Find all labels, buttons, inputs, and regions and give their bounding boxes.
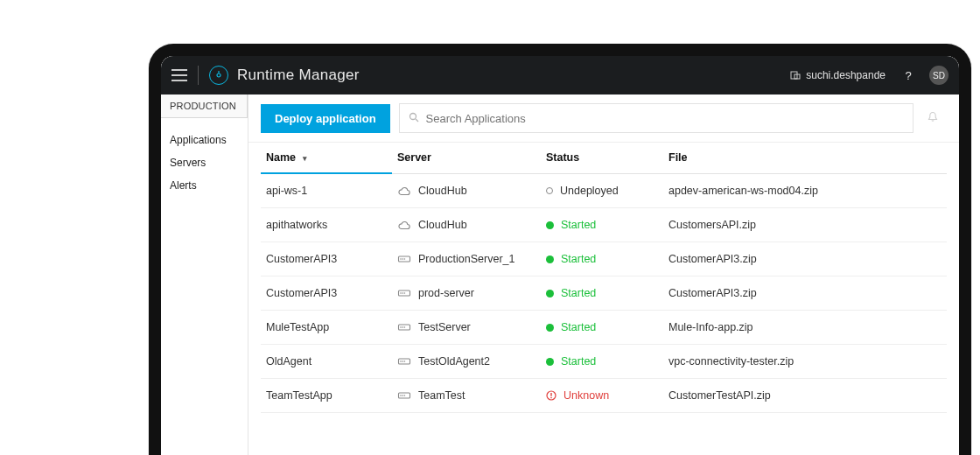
column-header-server[interactable]: Server <box>392 143 541 173</box>
svg-point-15 <box>400 326 402 328</box>
cell-name: apithatworks <box>261 208 392 242</box>
svg-point-23 <box>400 395 402 396</box>
status-warning-icon <box>546 390 556 401</box>
cell-file: CustomerAPI3.zip <box>663 276 947 311</box>
status-dot-icon <box>546 221 554 229</box>
cloud-icon <box>397 186 411 196</box>
sidebar: PRODUCTION Applications Servers Alerts <box>161 94 248 455</box>
status-dot-icon <box>546 290 554 298</box>
cell-name: CustomerAPI3 <box>261 242 392 276</box>
server-name: TeamTest <box>418 389 466 402</box>
cell-file: apdev-american-ws-mod04.zip <box>663 173 947 208</box>
cell-server: TestOldAgent2 <box>392 345 541 379</box>
status-text: Unknown <box>564 389 609 402</box>
menu-icon[interactable] <box>172 69 187 81</box>
body: PRODUCTION Applications Servers Alerts D… <box>161 94 959 455</box>
cell-status: Unknown <box>541 379 663 413</box>
server-icon <box>397 254 411 264</box>
help-button[interactable]: ? <box>901 69 915 82</box>
cloud-icon <box>397 220 411 230</box>
server-icon <box>397 356 411 367</box>
cell-server: prod-server <box>392 276 541 311</box>
cell-file: CustomerTestAPI.zip <box>663 379 947 413</box>
cell-server: CloudHub <box>392 173 541 208</box>
svg-point-17 <box>404 326 406 328</box>
cell-server: TestServer <box>392 311 541 345</box>
sort-caret-icon: ▾ <box>303 154 307 163</box>
table-row[interactable]: TeamTestAppTeamTestUnknownCustomerTestAP… <box>261 379 947 413</box>
cell-status: Started <box>541 276 663 311</box>
status-dot-icon <box>546 324 554 332</box>
cell-status: Undeployed <box>541 173 663 208</box>
svg-point-0 <box>217 74 220 77</box>
org-icon <box>790 70 801 80</box>
table-row[interactable]: api-ws-1CloudHubUndeployedapdev-american… <box>261 173 947 208</box>
search-input[interactable] <box>426 112 904 125</box>
cell-status: Started <box>541 345 663 379</box>
environment-selector[interactable]: PRODUCTION <box>161 94 248 118</box>
column-header-status[interactable]: Status <box>541 143 663 173</box>
app-screen: Runtime Manager suchi.deshpande ? SD PRO… <box>161 56 959 455</box>
search-box[interactable] <box>399 103 914 133</box>
status-text: Started <box>561 321 596 333</box>
svg-line-5 <box>416 119 418 122</box>
device-frame: Runtime Manager suchi.deshpande ? SD PRO… <box>149 44 971 455</box>
divider <box>198 66 199 85</box>
svg-point-11 <box>400 292 402 294</box>
table-row[interactable]: CustomerAPI3prod-serverStartedCustomerAP… <box>261 276 947 311</box>
cell-name: MuleTestApp <box>261 311 392 345</box>
cell-name: OldAgent <box>261 345 392 379</box>
status-text: Started <box>561 355 596 368</box>
cell-status: Started <box>541 208 663 242</box>
table-row[interactable]: OldAgentTestOldAgent2Startedvpc-connecti… <box>261 345 947 379</box>
svg-point-9 <box>404 258 406 260</box>
cell-server: ProductionServer_1 <box>392 242 541 276</box>
svg-point-4 <box>410 113 416 119</box>
svg-point-24 <box>402 395 403 396</box>
svg-point-13 <box>404 292 406 294</box>
topbar: Runtime Manager suchi.deshpande ? SD <box>161 56 959 94</box>
sidebar-item-applications[interactable]: Applications <box>170 130 239 153</box>
table-header-row: Name ▾ Server Status File <box>261 143 947 173</box>
table-row[interactable]: MuleTestAppTestServerStartedMule-Info-ap… <box>261 311 947 345</box>
cell-server: CloudHub <box>392 208 541 242</box>
cell-file: CustomerAPI3.zip <box>663 242 947 276</box>
status-text: Undeployed <box>560 185 619 197</box>
sidebar-item-alerts[interactable]: Alerts <box>170 176 239 199</box>
product-logo-icon <box>209 66 228 85</box>
avatar[interactable]: SD <box>929 66 948 85</box>
svg-point-20 <box>402 360 403 362</box>
sidebar-items: Applications Servers Alerts <box>161 118 248 211</box>
table-row[interactable]: apithatworksCloudHubStartedCustomersAPI.… <box>261 208 947 242</box>
column-header-name[interactable]: Name ▾ <box>261 143 392 173</box>
cell-name: api-ws-1 <box>261 173 392 208</box>
status-text: Started <box>561 287 596 299</box>
svg-point-25 <box>404 395 406 396</box>
server-icon <box>397 322 411 332</box>
cell-server: TeamTest <box>392 379 541 413</box>
svg-point-8 <box>402 258 403 260</box>
deploy-application-button[interactable]: Deploy application <box>261 104 390 133</box>
server-name: CloudHub <box>418 219 467 231</box>
status-text: Started <box>561 219 596 231</box>
svg-point-19 <box>400 360 402 362</box>
cell-name: TeamTestApp <box>261 379 392 413</box>
table-row[interactable]: CustomerAPI3ProductionServer_1StartedCus… <box>261 242 947 276</box>
status-dot-icon <box>546 256 554 263</box>
status-dot-icon <box>546 187 553 194</box>
sidebar-item-servers[interactable]: Servers <box>170 153 239 176</box>
cell-status: Started <box>541 242 663 276</box>
applications-table: Name ▾ Server Status File api-ws-1CloudH… <box>248 143 959 413</box>
server-name: CloudHub <box>418 185 467 197</box>
column-header-file[interactable]: File <box>663 143 947 173</box>
cell-file: CustomersAPI.zip <box>663 208 947 242</box>
org-switcher[interactable]: suchi.deshpande <box>790 69 886 81</box>
app-title: Runtime Manager <box>237 66 360 84</box>
cell-file: Mule-Info-app.zip <box>663 311 947 345</box>
server-icon <box>397 288 411 298</box>
server-name: TestServer <box>418 321 471 333</box>
cell-status: Started <box>541 311 663 345</box>
notifications-icon[interactable] <box>919 111 947 126</box>
cell-file: vpc-connectivity-tester.zip <box>663 345 947 379</box>
server-name: TestOldAgent2 <box>418 355 490 368</box>
